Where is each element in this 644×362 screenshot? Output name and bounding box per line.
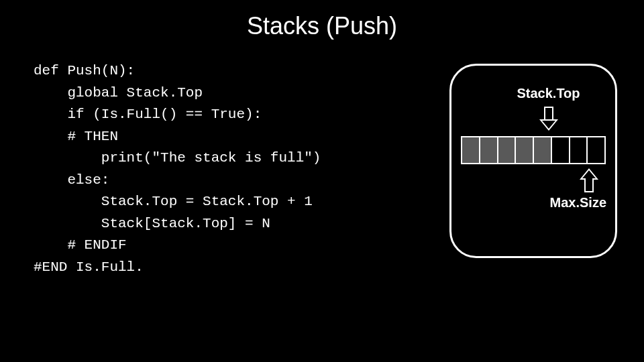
code-block: def Push(N): global Stack.Top if (Is.Ful…: [34, 60, 436, 278]
stack-cell: [552, 137, 570, 163]
stack-cell: [480, 137, 498, 163]
arrow-up-icon: [580, 168, 598, 192]
stack-top-label: Stack.Top: [517, 86, 580, 101]
slide-title: Stacks (Push): [0, 0, 644, 47]
stack-cell: [498, 137, 517, 163]
stack-diagram: Stack.Top Max.Size: [449, 64, 617, 258]
stack-cell: [462, 137, 480, 163]
stack-cell: [570, 137, 588, 163]
arrow-down-icon: [539, 107, 558, 131]
stack-cell: [516, 137, 534, 163]
stack-array: [461, 136, 606, 164]
stack-cell: [534, 137, 552, 163]
stack-cell: [588, 137, 604, 163]
content-area: def Push(N): global Stack.Top if (Is.Ful…: [0, 47, 644, 278]
max-size-label: Max.Size: [550, 195, 606, 210]
